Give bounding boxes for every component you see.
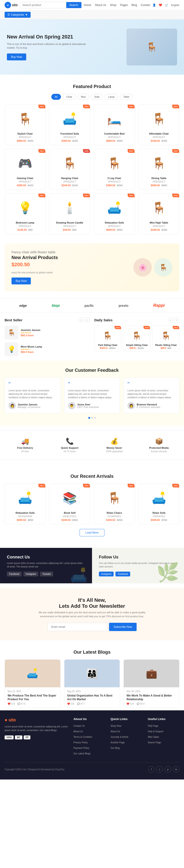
daily-image: 🪑 [125, 328, 148, 344]
feature-title: Protected Media [141, 446, 177, 449]
filter-tab-lamp[interactable]: Lamp [105, 94, 118, 100]
daily-sales-next-button[interactable]: › [174, 317, 179, 322]
feature-title: Money Saver [96, 446, 133, 449]
product-image: 📚 [52, 487, 87, 509]
connect-facebook-button[interactable]: Facebook [7, 571, 22, 577]
search-input[interactable] [20, 2, 66, 8]
footer-link[interactable]: Another Page [111, 741, 125, 744]
nav-about[interactable]: About Us [95, 3, 106, 7]
product-name: Comfortable Bed [97, 132, 132, 135]
footer-link[interactable]: Privacy Policy [73, 741, 88, 744]
twitter-icon[interactable]: t [156, 766, 163, 773]
filter-tab-all[interactable]: All [51, 94, 61, 100]
connect-follow-section: Connect Us Lorem ipsum dolor sit amet, c… [0, 548, 184, 583]
product-category: #PRODUCT [8, 136, 42, 138]
product-card: New 💡 Bedroom Lamp #PRODUCT $149.50 $80 [5, 193, 45, 234]
footer-link[interactable]: About Us [111, 730, 120, 733]
featured-product-grid: New 🪑 Stylish Chair #PRODUCT $999.50 $35… [0, 104, 184, 234]
recent-arrivals-section: Our Recent Arrivals New 🛋️ Relaxation So… [0, 464, 184, 543]
filter-tab-bed[interactable]: Bed [77, 94, 89, 100]
load-more-button[interactable]: Load More [80, 529, 104, 536]
connect-bg-icon: 🛋️ [70, 567, 87, 583]
footer-logo: ● uto [5, 717, 68, 722]
product-image: 🛋️ [142, 487, 176, 509]
follow-facebook-button[interactable]: Facebook [115, 571, 130, 577]
product-image: 💡 [8, 196, 42, 219]
product-image: 🪑 [142, 196, 176, 219]
daily-sales-prev-button[interactable]: ‹ [169, 317, 174, 322]
language-selector[interactable]: English [171, 4, 179, 6]
visa-icon: VISA [5, 736, 13, 739]
footer-link[interactable]: Journals & Article [111, 736, 128, 738]
daily-card: New 🪑 Simple Sitting Chair $89.5+ $120+ [123, 326, 150, 351]
footer-link[interactable]: Shop Now [111, 725, 121, 727]
connect-instagram-button[interactable]: Instagram [24, 571, 38, 577]
hero-cta-button[interactable]: Buy Now [7, 54, 26, 60]
footer-logo-text: uto [9, 717, 16, 722]
follow-bg-icon: 🌿 [156, 562, 179, 583]
nav-shop[interactable]: Shop [110, 3, 116, 7]
footer-link[interactable]: After Sales [148, 736, 159, 738]
arrival-cta-button[interactable]: Buy Now [11, 278, 31, 284]
footer-link[interactable]: Search Page [148, 741, 161, 744]
bestseller-price: $66.0 Save [21, 334, 40, 337]
footer-link[interactable]: Terms & Condition [73, 736, 92, 738]
dot-3[interactable] [94, 417, 96, 419]
filter-tab-sofa[interactable]: Sofa [91, 94, 103, 100]
menu-icon: ☰ [7, 13, 10, 17]
cart-icon[interactable]: 🛒 [165, 3, 169, 7]
hero-content: New Arrival On Spring 2021 This is one o… [7, 34, 87, 60]
dot-2[interactable] [91, 417, 93, 419]
daily-card: New 🪑 Park Sitting Chair $169.5+ $200+ [94, 326, 121, 351]
search-button[interactable]: Search [66, 2, 81, 8]
newsletter-description: We are really dedicated to give you the … [35, 611, 149, 618]
product-price: $199.50 $250 [142, 140, 176, 142]
product-card: New 🎮 Gaming Chair #PRODUCT $299.50 $150 [5, 149, 45, 190]
nav-blog[interactable]: Blog [132, 3, 137, 7]
footer-quicklinks-title: Quick Links [111, 717, 142, 721]
quote-icon: " [127, 381, 176, 387]
dot-1[interactable] [88, 417, 90, 419]
footer-link[interactable]: Help & Support [148, 730, 163, 733]
wishlist-icon[interactable]: ❤️ [159, 3, 162, 7]
footer-link[interactable]: Payment Policy [73, 747, 89, 749]
nav-home[interactable]: Home [84, 3, 91, 7]
follow-instagram-button[interactable]: Instagram [99, 571, 114, 577]
arrival-image: 🌸 🪑 [134, 258, 173, 277]
footer: ● uto Lorem ipsum dolor sit amet, consec… [0, 710, 184, 779]
bestseller-next-button[interactable]: › [85, 317, 90, 322]
product-card: New 🛋️ Relax Sofa #SOFA7821 $599.50 $750 [139, 484, 179, 524]
blog-grid: 🛋️ Nov 12, 2021 We Produce The Best And … [0, 659, 184, 708]
footer-link[interactable]: Our Blog [111, 747, 120, 749]
filter-tab-table[interactable]: Table [120, 94, 133, 100]
product-badge: Sale [83, 149, 90, 153]
product-image: 🛏️ [97, 107, 132, 130]
filter-tab-chair[interactable]: Chair [63, 94, 76, 100]
user-icon[interactable]: 👤 [152, 3, 156, 7]
footer-link[interactable]: About Us [73, 730, 83, 733]
product-price: $299.50 $150 [8, 184, 42, 187]
blog-likes: ❤️ 214 [126, 703, 134, 705]
daily-name: Plastic Sitting Chair [154, 344, 177, 346]
pinterest-icon[interactable]: p [165, 766, 171, 773]
author-details: Brianne Harward E Commerce specialist [137, 403, 160, 408]
linkedin-icon[interactable]: in [173, 766, 179, 773]
featured-title: Featured Product [0, 84, 184, 89]
nav-pages[interactable]: Pages [120, 3, 128, 7]
daily-name: Simple Sitting Chair [125, 344, 148, 346]
footer-link[interactable]: Our Latest Blogs [73, 752, 90, 755]
testimonial-text: Lorem ipsum dolor sit amet, consectetur … [68, 389, 116, 399]
product-name: Relaxation Sofa [8, 512, 42, 514]
brand-pacfic: pacfic [84, 304, 94, 307]
nav-contact[interactable]: Contact [141, 3, 150, 7]
facebook-icon[interactable]: f [148, 766, 154, 773]
newsletter-subscribe-button[interactable]: Subscribe Now [109, 623, 137, 631]
bestseller-prev-button[interactable]: ‹ [79, 317, 84, 322]
categories-button[interactable]: ☰ Categories ▼ [5, 12, 31, 18]
product-image: 🛋️ [52, 107, 87, 130]
footer-link[interactable]: Contact Us [73, 725, 85, 727]
product-badge: New [172, 194, 179, 197]
footer-link[interactable]: FAQ Page [148, 725, 158, 727]
connect-youtube-button[interactable]: Youtube [40, 571, 53, 577]
newsletter-input[interactable] [47, 623, 107, 631]
